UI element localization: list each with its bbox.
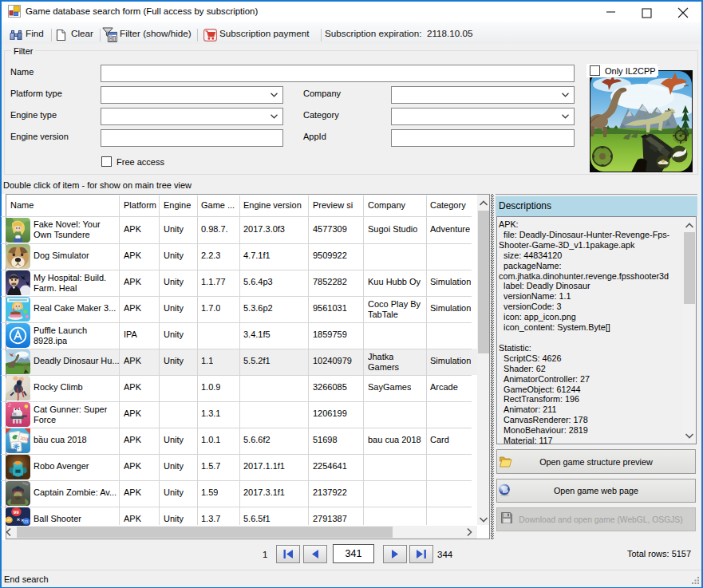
svg-text:21: 21 bbox=[24, 520, 29, 524]
svg-text:49: 49 bbox=[7, 519, 12, 523]
svg-text:99: 99 bbox=[14, 510, 20, 515]
